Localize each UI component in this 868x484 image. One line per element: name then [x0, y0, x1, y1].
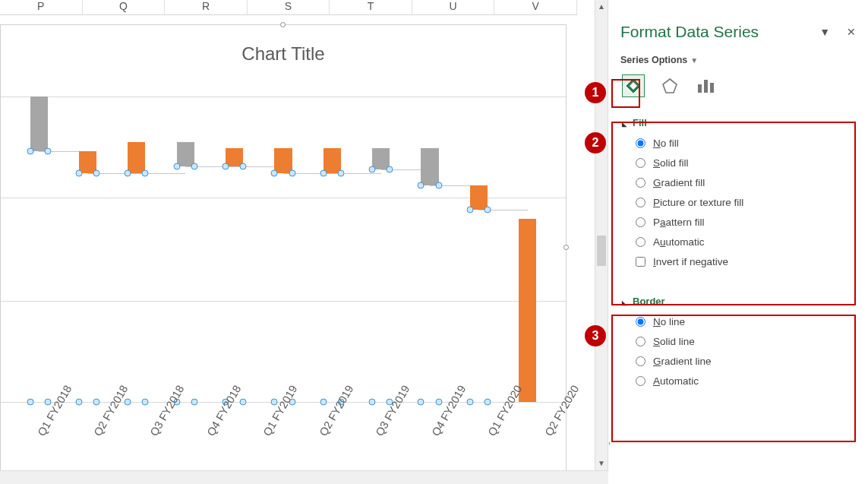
svg-rect-3: [698, 84, 702, 93]
col-header[interactable]: Q: [83, 0, 166, 14]
selection-marker[interactable]: [337, 169, 344, 176]
col-header[interactable]: V: [494, 0, 577, 14]
gradient-fill-radio[interactable]: Gradient fill: [636, 177, 856, 188]
chart[interactable]: Chart Title: [0, 24, 567, 471]
bar-increase[interactable]: [470, 185, 488, 210]
pane-menu-icon[interactable]: ▼: [819, 26, 830, 38]
svg-rect-5: [710, 83, 714, 93]
picture-fill-radio[interactable]: Picture or texture fill: [636, 197, 856, 208]
col-header[interactable]: T: [330, 0, 412, 14]
bar-increase[interactable]: [128, 142, 145, 172]
bar-slot: [454, 96, 503, 402]
callout-badge: 3: [585, 325, 606, 346]
bar-decrease[interactable]: [177, 142, 194, 166]
callout-badge: 1: [585, 82, 606, 103]
bar-slot: [308, 96, 356, 402]
selection-marker[interactable]: [240, 163, 247, 170]
bar-decrease[interactable]: [30, 96, 48, 151]
border-header[interactable]: Border: [620, 296, 856, 307]
selection-marker[interactable]: [223, 163, 229, 170]
scroll-thumb[interactable]: [597, 236, 606, 266]
fill-header[interactable]: Fill: [620, 117, 856, 128]
selection-marker[interactable]: [75, 169, 82, 176]
selection-marker[interactable]: [320, 169, 327, 176]
invert-negative-checkbox[interactable]: Invert if negative: [636, 256, 856, 267]
selection-marker[interactable]: [191, 163, 197, 170]
selection-marker[interactable]: [271, 169, 278, 176]
vertical-scrollbar[interactable]: ▲ ▼: [595, 0, 608, 470]
col-header[interactable]: R: [165, 0, 248, 14]
border-section: Border No line Solid line Gradient line …: [620, 293, 856, 401]
scroll-down-arrow[interactable]: ▼: [595, 457, 608, 470]
fill-line-tab-icon[interactable]: [622, 74, 645, 97]
selection-marker[interactable]: [27, 148, 33, 155]
bar-slot: [259, 96, 308, 402]
plot-area[interactable]: [1, 96, 566, 402]
x-axis-labels: Q1 FY2018 Q2 FY2018 Q3 FY2018 Q4 FY2018 …: [14, 400, 552, 470]
selection-marker[interactable]: [125, 169, 131, 176]
bar-increase[interactable]: [274, 148, 292, 172]
scroll-up-arrow[interactable]: ▲: [595, 0, 608, 14]
selection-marker[interactable]: [142, 169, 149, 176]
bars: [14, 96, 552, 402]
svg-rect-4: [704, 80, 708, 93]
horizontal-scrollbar[interactable]: [0, 470, 608, 484]
col-header[interactable]: S: [248, 0, 330, 14]
resize-handle[interactable]: [280, 22, 286, 27]
col-header[interactable]: U: [412, 0, 495, 14]
svg-marker-2: [663, 79, 677, 93]
bar-slot: [357, 96, 406, 402]
pane-close-icon[interactable]: ✕: [847, 26, 856, 38]
bar-total[interactable]: [519, 219, 536, 402]
no-line-radio[interactable]: No line: [636, 316, 856, 327]
chart-title[interactable]: Chart Title: [1, 25, 566, 78]
col-header[interactable]: P: [0, 0, 83, 14]
selection-marker[interactable]: [93, 169, 100, 176]
fill-section: Fill No fill Solid fill Gradient fill Pi…: [620, 114, 856, 282]
selection-marker[interactable]: [173, 163, 180, 170]
bar-slot: [503, 96, 552, 402]
bar-slot: [406, 96, 454, 402]
pattern-fill-radio[interactable]: Paattern fill: [636, 217, 856, 228]
format-pane: Format Data Series ▼ ✕ Series Options▼ F…: [610, 15, 868, 484]
solid-line-radio[interactable]: Solid line: [636, 336, 856, 347]
pane-title: Format Data Series ▼ ✕: [620, 23, 856, 41]
no-fill-radio[interactable]: No fill: [636, 138, 856, 149]
selection-marker[interactable]: [369, 166, 376, 173]
selection-marker[interactable]: [466, 206, 473, 213]
callout-badge: 2: [585, 132, 606, 153]
gradient-line-radio[interactable]: Gradient line: [636, 356, 856, 367]
selection-marker[interactable]: [387, 166, 393, 173]
bar-increase[interactable]: [324, 148, 341, 172]
effects-tab-icon[interactable]: [658, 74, 681, 97]
column-header-row: P Q R S T U V: [0, 0, 577, 15]
bar-slot: [63, 96, 112, 402]
automatic-fill-radio[interactable]: Auutomatic: [636, 236, 856, 248]
solid-fill-radio[interactable]: Solid fill: [636, 157, 856, 169]
selection-marker[interactable]: [418, 182, 425, 188]
selection-marker[interactable]: [289, 169, 295, 176]
bar-slot: [112, 96, 161, 402]
bar-slot: [210, 96, 258, 402]
selection-marker[interactable]: [484, 206, 491, 213]
selection-marker[interactable]: [44, 148, 51, 155]
automatic-line-radio[interactable]: Automatic: [636, 375, 856, 387]
series-options-dropdown[interactable]: Series Options▼: [620, 55, 856, 65]
series-options-tab-icon[interactable]: [695, 74, 718, 97]
selection-marker[interactable]: [435, 182, 442, 188]
bar-slot: [161, 96, 210, 402]
bar-decrease[interactable]: [421, 148, 438, 185]
bar-slot: [14, 96, 63, 402]
option-tabs: [620, 74, 856, 97]
